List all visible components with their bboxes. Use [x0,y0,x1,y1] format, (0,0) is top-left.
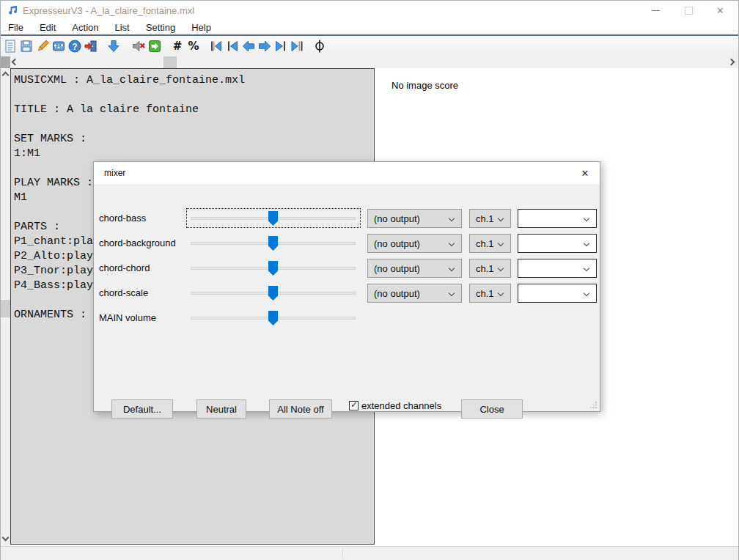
all-note-off-button[interactable]: All Note off [269,399,332,419]
mixer-row-chord-bass: chord-bass (no output) ch.1 [94,209,600,228]
next-mark-button[interactable] [273,37,289,55]
scroll-up-arrow-icon[interactable] [2,72,10,79]
main-volume-slider[interactable] [191,309,356,328]
mixer-row-label: MAIN volume [99,309,156,328]
mute-button[interactable] [130,37,147,55]
menu-list[interactable]: List [107,21,138,34]
previous-mark-icon [225,39,240,54]
neutral-button[interactable]: Neutral [196,399,246,419]
maximize-button[interactable] [672,1,705,21]
output-device-select[interactable]: (no output) [367,209,462,228]
close-icon: ✕ [716,6,724,15]
maximize-icon [685,7,693,15]
chevron-down-icon [498,290,504,296]
slider-thumb[interactable] [268,261,278,276]
mixer-button[interactable] [51,37,67,55]
save-button[interactable] [18,37,34,55]
horizontal-scrollbar-thumb[interactable] [163,56,177,68]
next-mark-icon [273,39,288,54]
position-marker-button[interactable] [312,37,328,55]
scroll-right-arrow-icon[interactable] [728,59,735,66]
chevron-down-icon [449,215,455,221]
instrument-select[interactable] [518,209,597,228]
output-device-select[interactable]: (no output) [367,234,462,253]
instrument-select[interactable] [518,259,597,278]
chevron-down-icon [449,290,455,296]
vertical-scrollbar[interactable] [1,68,10,546]
channel-select[interactable]: ch.1 [469,234,511,253]
close-dialog-button[interactable]: Close [461,399,523,419]
menu-setting[interactable]: Setting [138,21,183,34]
down-arrow-button[interactable] [106,37,122,55]
new-file-button[interactable] [2,37,18,55]
slider-thumb[interactable] [268,286,278,301]
window-title: ExpresseurV3 - A_la_claire_fontaine.mxl [23,5,194,16]
chord-scale-volume-slider[interactable] [191,284,356,303]
mixer-close-button[interactable]: ✕ [578,166,592,180]
go-begin-button[interactable] [208,37,224,55]
mixer-row-chord-scale: chord-scale (no output) ch.1 [94,284,600,303]
tempo-button[interactable]: % [185,37,202,55]
slider-thumb[interactable] [268,311,278,325]
menu-edit[interactable]: Edit [32,21,64,34]
instrument-select[interactable] [518,284,597,303]
close-button[interactable]: ✕ [704,1,737,21]
mixer-dialog-titlebar[interactable]: mixer ✕ [94,162,600,184]
chevron-down-icon [584,290,589,296]
slider-thumb[interactable] [268,211,278,226]
title-bar[interactable]: ExpresseurV3 - A_la_claire_fontaine.mxl … [1,1,738,21]
minimize-button[interactable] [639,1,672,21]
horizontal-scrollbar[interactable] [1,56,738,68]
close-icon: ✕ [581,168,589,179]
play-button[interactable] [147,37,163,55]
exit-button[interactable] [83,37,99,55]
mixer-row-label: chord-bass [99,209,146,228]
go-end-button[interactable] [289,37,305,55]
backward-icon [241,39,256,54]
previous-mark-button[interactable] [224,37,240,55]
chevron-down-icon [449,265,455,271]
forward-button[interactable] [257,37,273,55]
minimize-icon [652,10,660,11]
edit-button[interactable] [34,37,51,55]
mixer-row-chord-background: chord-background (no output) ch.1 [94,234,600,253]
tune-button[interactable]: # [169,37,185,55]
instrument-select[interactable] [518,234,597,253]
checkmark-icon: ✓ [350,399,358,410]
extended-channels-checkbox[interactable]: ✓ [349,401,359,410]
resize-grip-icon[interactable] [589,401,598,409]
chord-background-volume-slider[interactable] [191,234,356,253]
chevron-down-icon [449,240,455,246]
mixer-dialog: mixer ✕ chord-bass (no output) ch.1 chor… [93,161,600,412]
chevron-down-icon [498,240,504,246]
output-device-select[interactable]: (no output) [367,284,462,303]
channel-select[interactable]: ch.1 [469,209,511,228]
position-marker-icon [312,39,327,54]
application-window: ExpresseurV3 - A_la_claire_fontaine.mxl … [0,0,739,560]
output-device-select[interactable]: (no output) [367,259,462,278]
menu-help[interactable]: Help [183,21,219,34]
forward-icon [257,39,272,54]
channel-select[interactable]: ch.1 [469,259,511,278]
mixer-row-main-volume: MAIN volume [94,309,600,328]
default-button[interactable]: Default... [111,399,173,419]
mute-icon [131,39,146,54]
scroll-left-arrow-icon[interactable] [12,59,19,66]
menu-action[interactable]: Action [64,21,106,34]
status-bar-divider [342,548,343,559]
slider-thumb[interactable] [268,236,278,251]
chord-bass-volume-slider[interactable] [191,209,356,228]
vertical-scrollbar-thumb[interactable] [1,300,10,317]
help-button[interactable]: ? [67,37,83,55]
mixer-icon [51,39,66,54]
chevron-down-icon [584,240,589,246]
chevron-down-icon [498,215,504,221]
channel-select[interactable]: ch.1 [469,284,511,303]
backward-button[interactable] [240,37,257,55]
percent-icon: % [188,40,199,53]
chord-chord-volume-slider[interactable] [191,259,356,278]
extended-channels-checkbox-group[interactable]: ✓ extended channels [349,399,441,414]
chevron-down-icon [498,265,504,271]
menu-file[interactable]: File [4,21,32,34]
scroll-down-arrow-icon[interactable] [2,534,10,542]
